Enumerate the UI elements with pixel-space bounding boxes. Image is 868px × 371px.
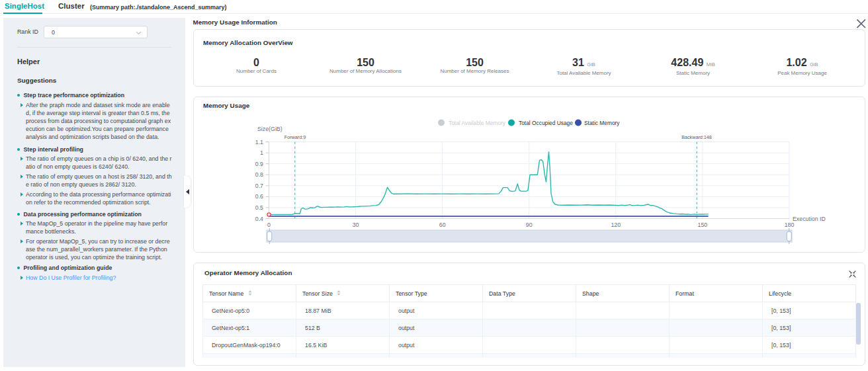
svg-text:0.5: 0.5 (255, 204, 263, 211)
svg-text:0: 0 (267, 222, 271, 228)
svg-text:0.9: 0.9 (255, 161, 263, 167)
svg-text:180: 180 (785, 222, 795, 228)
svg-text:Total Available Memory: Total Available Memory (449, 120, 506, 126)
svg-text:Total Occupied Usage: Total Occupied Usage (519, 120, 573, 126)
svg-text:120: 120 (611, 222, 621, 228)
svg-text:Backward:148: Backward:148 (681, 134, 712, 140)
svg-text:1.1: 1.1 (255, 139, 263, 145)
svg-text:Static Memory: Static Memory (584, 120, 620, 126)
svg-text:0.7: 0.7 (255, 183, 263, 189)
svg-text:Forward:9: Forward:9 (284, 134, 306, 140)
svg-text:Execution ID: Execution ID (793, 216, 826, 222)
svg-text:Size(GiB): Size(GiB) (257, 126, 282, 132)
svg-text:30: 30 (353, 222, 359, 228)
svg-text:150: 150 (698, 222, 708, 228)
svg-text:1: 1 (260, 149, 263, 156)
svg-text:0.4: 0.4 (255, 216, 263, 222)
svg-text:90: 90 (526, 222, 533, 228)
svg-text:0.6: 0.6 (255, 193, 263, 200)
svg-text:60: 60 (439, 222, 446, 228)
svg-text:0.8: 0.8 (255, 171, 263, 178)
